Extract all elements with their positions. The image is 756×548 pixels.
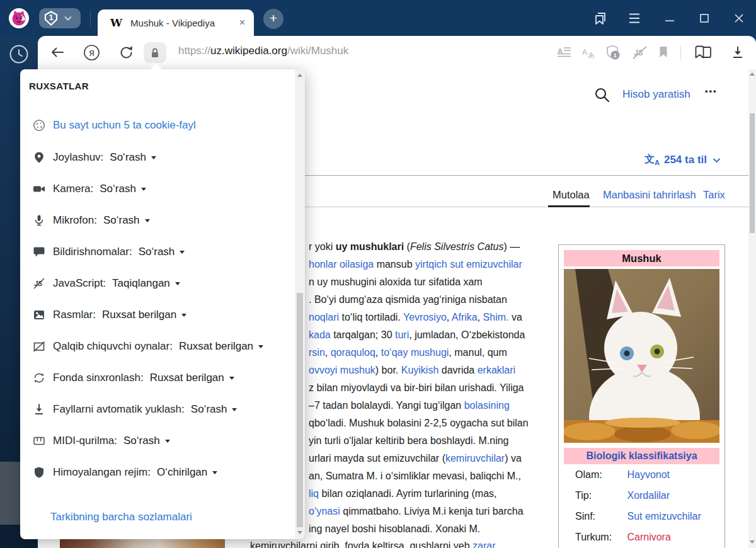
permission-value-dropdown[interactable]: Taqiqlangan [112,277,170,290]
article-link[interactable]: liq [309,488,319,499]
permission-value-dropdown[interactable]: So‘rash [139,246,175,258]
chevron-down-icon[interactable] [64,16,72,21]
window-maximize-icon[interactable] [698,12,711,25]
permission-value-dropdown[interactable]: So‘rash [110,151,146,164]
protect-shield-icon[interactable]: 1 [605,44,622,62]
tab-edit-source[interactable]: Manbasini tahrirlash [603,189,696,201]
article-link[interactable]: turi [395,329,409,340]
article-link[interactable]: Kuyikish [401,365,439,375]
permission-row-midi[interactable]: MIDI-qurilma: So‘rash [33,433,170,448]
bookmark-icon[interactable] [658,45,669,59]
create-account-link[interactable]: Hisob yaratish [622,88,690,101]
permission-value-dropdown[interactable]: So‘rash [100,183,136,195]
infobox-link[interactable]: Sut emizuvchilar [627,511,701,522]
article-text: ) bor. [375,365,401,375]
tab-close-icon[interactable]: × [239,17,245,28]
svg-text:あ: あ [588,51,595,59]
menu-icon[interactable] [627,12,641,25]
article-link[interactable]: to‘qay mushugi [381,347,449,358]
more-menu-icon[interactable]: ••• [705,86,718,96]
article-link[interactable]: yirtqich sut emizuvchilar [415,259,522,270]
browser-top-bar: 1 W Mushuk - Vikipediya × + [0,0,756,36]
profile-avatar[interactable] [9,8,29,28]
panel-pointer [151,64,162,69]
svg-text:JS: JS [634,49,643,57]
downloads-icon[interactable] [731,45,745,59]
infobox: Mushuk [558,244,725,548]
javascript-disabled-icon[interactable]: JS [632,45,648,60]
tab-history[interactable]: Tarix [703,189,725,201]
article-text: ing nayel boshi hisoblanadi. Xonaki M. [309,523,480,534]
address-bar[interactable]: https://uz.wikipedia.org/wiki/Mushuk [178,45,348,57]
permission-row-notifications[interactable]: Bildirishnomalar: So‘rash [33,244,185,260]
article-link[interactable]: kada [309,329,331,340]
window-minimize-icon[interactable] [663,13,676,24]
permission-row-javascript[interactable]: JS JavaScript: Taqiqlangan [33,276,180,291]
article-link[interactable]: noqlari [309,312,339,323]
auto-download-icon [33,403,45,416]
article-link[interactable]: ovvoyi mushuk [309,365,375,375]
new-tab-button[interactable]: + [263,9,284,29]
panel-scrollbar[interactable] [295,69,305,539]
search-icon[interactable] [594,87,610,103]
article-link[interactable]: erkaklari [478,365,515,375]
permission-row-location[interactable]: Joylashuv: So‘rash [33,150,156,165]
refresh-icon[interactable] [118,44,135,61]
page-scrollbar[interactable] [748,69,756,548]
scroll-up-icon[interactable] [297,74,302,77]
permission-value-dropdown[interactable]: Ruxsat berilgan [179,340,253,353]
scroll-down-icon[interactable] [297,531,302,534]
all-content-settings-link[interactable]: Tarkibning barcha sozlamalari [50,511,192,523]
infobox-link[interactable]: Hayvonot [627,469,670,480]
permission-row-popups[interactable]: Qalqib chiquvchi oynalar: Ruxsat berilga… [33,339,263,354]
permission-value-dropdown[interactable]: So‘rash [191,403,227,416]
article-link[interactable]: rsin [309,347,325,358]
infobox-link[interactable]: Xordalilar [627,490,670,501]
cookies-link[interactable]: Bu sayt uchun 5 ta cookie-fayl [53,119,196,132]
page-scrollbar-thumb[interactable] [750,113,755,233]
history-clock-icon[interactable] [8,43,30,66]
caret-down-icon [145,219,150,222]
permission-row-background-sync[interactable]: Fonda sinxronlash: Ruxsat berilgan [33,370,234,385]
infobox-redlink[interactable]: Carnivora [627,532,670,542]
article-link[interactable]: bolasining [464,400,510,411]
scroll-up-icon[interactable] [750,72,755,76]
bookmarks-panel-icon[interactable] [592,11,609,27]
collections-icon[interactable] [693,44,714,62]
article-link[interactable]: Yevrosiyo [403,312,447,323]
back-icon[interactable] [49,44,66,60]
yandex-services-icon[interactable]: Я [83,44,100,61]
panel-scrollbar-thumb[interactable] [297,293,303,527]
article-text: ( [404,241,410,252]
permission-row-auto-download[interactable]: Fayllarni avtomatik yuklash: So‘rash [33,402,237,417]
article-link[interactable]: qoraquloq [331,347,375,358]
article-link[interactable]: Afrika [452,312,478,323]
window-close-icon[interactable] [733,12,745,25]
article-link[interactable]: zarar [472,540,495,548]
permission-value-dropdown[interactable]: So‘rash [123,435,160,447]
permission-row-images[interactable]: Rasmlar: Ruxsat berilgan [33,307,186,323]
language-selector[interactable]: 文A 254 ta til [644,153,721,166]
scroll-down-icon[interactable] [750,540,755,544]
article-link[interactable]: Shim. [483,312,509,323]
translate-icon[interactable]: A あ [581,45,597,59]
permission-value-dropdown[interactable]: Ruxsat berilgan [150,372,224,384]
sync-icon [33,372,45,384]
reader-mode-icon[interactable]: A [558,46,571,59]
permission-row-microphone[interactable]: Mikrofon: So‘rash [33,213,150,228]
infobox-label: Sinf: [575,506,624,527]
kitten-photo[interactable] [564,269,719,443]
article-link[interactable]: kemiruvchilar [445,453,505,464]
browser-tab-mushuk[interactable]: W Mushuk - Vikipediya × [98,9,254,36]
permission-value-dropdown[interactable]: So‘rash [103,214,140,227]
cookies-row[interactable]: Bu sayt uchun 5 ta cookie-fayl [33,118,196,133]
permission-row-camera[interactable]: Kamera: So‘rash [33,181,146,197]
permission-value-dropdown[interactable]: Ruxsat berilgan [102,309,176,321]
article-link[interactable]: o‘ynasi [309,506,340,517]
site-permissions-lock-button[interactable] [144,42,166,63]
tab-read[interactable]: Mutolaa [553,189,590,201]
permission-row-protected-mode[interactable]: Himoyalangan rejim: O‘chirilgan [33,465,217,480]
article-link[interactable]: honlar oilasiga [309,259,374,270]
permission-value-dropdown[interactable]: O‘chirilgan [157,466,207,479]
tab-group-counter[interactable]: 1 [39,8,81,28]
